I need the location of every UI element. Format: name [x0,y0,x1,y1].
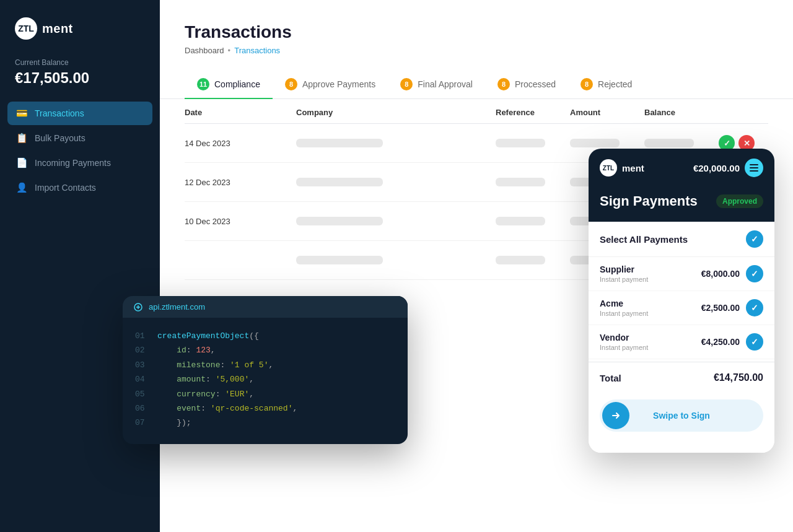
transactions-icon: 💳 [16,108,27,119]
tab-badge-rejected: 8 [581,78,593,90]
payment-item-vendor: Vendor Instant payment €4,250.00 ✓ [589,325,774,359]
breadcrumb-home[interactable]: Dashboard [185,46,224,55]
code-line-6: 06 event: 'qr-code-scanned', [135,401,395,416]
code-line-2: 02 id: 123, [135,343,395,357]
payment-name: Acme [600,299,648,308]
row-company [296,217,496,225]
sidebar-item-bulk-payouts[interactable]: 📋 Bulk Payouts [7,126,152,150]
select-all-row: Select All Payments ✓ [589,222,774,257]
tab-badge-compliance: 11 [197,78,209,90]
tab-compliance[interactable]: 11 Compliance [185,71,273,99]
col-amount: Amount [570,108,644,117]
tab-rejected[interactable]: 8 Rejected [568,71,644,99]
col-actions [719,108,768,117]
link-icon [134,303,142,312]
import-contacts-icon: 👤 [16,182,27,193]
sidebar-item-transactions[interactable]: 💳 Transactions [7,102,152,125]
payment-type: Instant payment [600,276,648,283]
sidebar: ZTL ment Current Balance €17,505.00 💳 Tr… [0,0,160,532]
tab-label-final: Final Approval [418,79,473,89]
payment-checkbox[interactable]: ✓ [746,265,763,282]
tabs-bar: 11 Compliance 8 Approve Payments 8 Final… [160,70,793,99]
payment-type: Instant payment [600,310,648,317]
page-title: Transactions [185,22,768,42]
swipe-to-sign-button[interactable]: Swipe to Sign [600,399,763,432]
row-ref [496,217,570,225]
tab-badge-approve: 8 [285,78,297,90]
row-company [296,178,496,186]
breadcrumb-current: Transactions [234,46,280,55]
panel-balance-area: €20,000.00 [693,159,763,177]
panel-title-area: Sign Payments Approved [589,187,774,222]
code-line-1: 01 createPaymentObject({ [135,329,395,343]
payment-amount: €4,250.00 [701,337,740,347]
payment-item-acme: Acme Instant payment €2,500.00 ✓ [589,291,774,325]
code-line-7: 07 }); [135,416,395,430]
balance-value: €17,505.00 [15,69,145,87]
code-line-3: 03 milestone: '1 of 5', [135,358,395,372]
payment-amount: €8,000.00 [701,269,740,279]
code-line-5: 05 currency: 'EUR', [135,387,395,401]
panel-logo: ZTL ment [600,159,644,177]
panel-menu-button[interactable] [745,159,763,177]
col-balance: Balance [644,108,719,117]
row-company [296,139,496,147]
select-all-checkbox[interactable]: ✓ [746,230,763,248]
payment-amount: €2,500.00 [701,303,740,313]
api-url: api.ztlment.com [149,302,205,312]
bulk-payouts-icon: 📋 [16,133,27,144]
tab-badge-processed: 8 [497,78,510,90]
tab-badge-final: 8 [400,78,413,90]
payment-type: Instant payment [600,344,648,351]
payment-name: Supplier [600,264,648,274]
sidebar-item-label: Transactions [35,108,84,118]
swipe-handle [602,402,629,429]
col-company: Company [296,108,496,117]
payment-item-supplier: Supplier Instant payment €8,000.00 ✓ [589,257,774,291]
col-ref: Reference [496,108,570,117]
payment-name: Vendor [600,333,648,342]
code-line-4: 04 amount: '5,000', [135,372,395,386]
arrow-right-icon [610,410,621,421]
breadcrumb: Dashboard • Transactions [185,46,768,55]
tab-label-approve: Approve Payments [302,79,375,89]
panel-logo-icon: ZTL [600,159,617,177]
tab-label-processed: Processed [515,79,556,89]
tab-processed[interactable]: 8 Processed [485,71,568,99]
sidebar-item-import-contacts[interactable]: 👤 Import Contacts [7,176,152,199]
total-label: Total [600,373,621,383]
row-company [296,256,496,264]
code-body: 01 createPaymentObject({ 02 id: 123, 03 … [123,318,408,444]
row-amount [570,139,644,147]
table-header: Date Company Reference Amount Balance [185,99,768,124]
row-ref [496,139,570,147]
sidebar-item-label: Incoming Payments [35,158,111,168]
swipe-area: Swipe to Sign [589,393,774,443]
panel-status-badge: Approved [716,194,763,208]
row-balance [644,139,719,147]
row-date: 12 Dec 2023 [185,178,296,187]
payment-panel: ZTL ment €20,000.00 Sign Payments Approv… [589,149,774,453]
payment-checkbox[interactable]: ✓ [746,299,763,316]
code-panel-header: api.ztlment.com [123,296,408,318]
incoming-payments-icon: 📄 [16,157,27,168]
breadcrumb-separator: • [228,46,231,55]
panel-topbar: ZTL ment €20,000.00 [589,149,774,187]
sidebar-nav: 💳 Transactions 📋 Bulk Payouts 📄 Incoming… [0,102,160,199]
col-date: Date [185,108,296,117]
balance-section: Current Balance €17,505.00 [0,52,160,102]
logo-text: ment [42,22,73,36]
row-ref [496,178,570,186]
tab-label-compliance: Compliance [214,79,260,89]
logo-icon: ZTL [15,17,37,40]
tab-label-rejected: Rejected [598,79,632,89]
row-date: 10 Dec 2023 [185,217,296,226]
panel-logo-text: ment [622,163,644,173]
tab-final-approval[interactable]: 8 Final Approval [388,71,485,99]
sidebar-item-incoming-payments[interactable]: 📄 Incoming Payments [7,151,152,175]
balance-label: Current Balance [15,58,145,67]
sidebar-item-label: Bulk Payouts [35,133,85,143]
tab-approve-payments[interactable]: 8 Approve Payments [273,71,388,99]
payment-checkbox[interactable]: ✓ [746,333,763,351]
app-logo: ZTL ment [0,0,160,52]
